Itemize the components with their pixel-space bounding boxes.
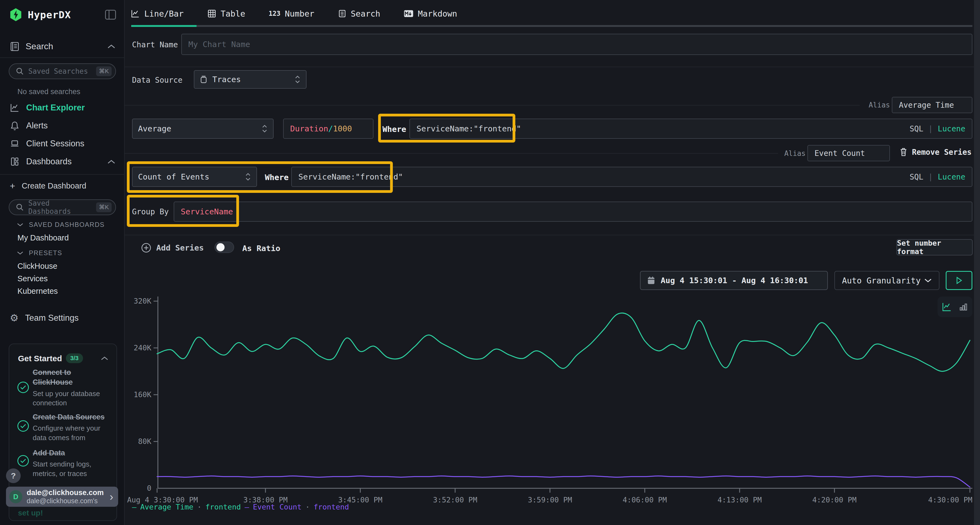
- sidebar-item-kubernetes[interactable]: Kubernetes: [18, 287, 58, 296]
- tab-search[interactable]: Search: [338, 9, 380, 19]
- alias-label: Alias: [784, 149, 805, 157]
- field-function: Duration: [290, 124, 328, 133]
- series2-aggregation-select[interactable]: Count of Events: [132, 167, 257, 187]
- tab-table[interactable]: Table: [207, 9, 245, 19]
- legend-item-average-time[interactable]: — Average Time · frontend: [132, 503, 241, 511]
- document-list-icon: [338, 9, 347, 18]
- bell-icon: [10, 121, 20, 130]
- group-by-label: Group By: [132, 207, 169, 216]
- tab-number[interactable]: 123 Number: [269, 9, 314, 19]
- legend-label: Event Count: [253, 503, 302, 511]
- series1-field-input[interactable]: Duration/1000: [283, 119, 374, 139]
- sidebar-item-chart-explorer[interactable]: Chart Explorer: [10, 103, 85, 113]
- chevron-up-icon[interactable]: [107, 159, 115, 164]
- main-content: Line/Bar Table 123 Number Search: [125, 0, 974, 525]
- tab-line-bar[interactable]: Line/Bar: [130, 9, 184, 19]
- group-by-input[interactable]: ServiceName: [174, 201, 972, 222]
- series2-alias-input[interactable]: Event Count: [807, 145, 890, 161]
- legend-label: Average Time: [140, 503, 193, 511]
- chevron-up-icon[interactable]: [107, 44, 115, 49]
- sidebar-item-label: Client Sessions: [26, 139, 84, 149]
- check-circle-icon: [18, 455, 29, 466]
- section-label: PRESETS: [29, 249, 62, 257]
- as-ratio-toggle[interactable]: [215, 241, 234, 253]
- tab-label: Number: [285, 9, 314, 19]
- y-tick-label: 240K: [134, 344, 152, 352]
- y-tick-label: 320K: [134, 297, 152, 305]
- sidebar-item-client-sessions[interactable]: Client Sessions: [10, 139, 84, 149]
- sidebar-item-my-dashboard[interactable]: My Dashboard: [18, 233, 69, 243]
- timeseries-chart[interactable]: 080K160K240K320KAug 4 3:30:00 PM3:38:00 …: [125, 283, 974, 520]
- series1-where-input[interactable]: ServiceName:"frontend" SQL | Lucene: [409, 119, 972, 139]
- tab-markdown[interactable]: Markdown: [404, 9, 457, 19]
- saved-searches-placeholder: Saved Searches: [28, 67, 96, 75]
- x-tick-label: 4:20:00 PM: [812, 496, 857, 504]
- sidebar-search-label: Search: [25, 41, 53, 51]
- collapse-sidebar-icon[interactable]: [105, 10, 116, 20]
- occluded-text-fragment: set up!: [18, 509, 43, 517]
- saved-searches-input[interactable]: Saved Searches ⌘K: [9, 63, 116, 79]
- series2-where-input[interactable]: ServiceName:"frontend" SQL | Lucene: [291, 167, 972, 187]
- lucene-mode-toggle[interactable]: Lucene: [938, 124, 965, 133]
- sql-mode-toggle[interactable]: SQL: [910, 124, 923, 133]
- sql-mode-toggle[interactable]: SQL: [910, 173, 923, 181]
- set-number-format-button[interactable]: Set number format: [896, 239, 973, 255]
- sidebar-item-clickhouse[interactable]: ClickHouse: [18, 262, 57, 271]
- step-description: Configure where your data comes from: [33, 423, 109, 442]
- sidebar-item-label: Dashboards: [26, 157, 72, 167]
- sidebar-item-team-settings[interactable]: ⚙ Team Settings: [10, 312, 79, 324]
- series1-aggregation-select[interactable]: Average: [132, 119, 274, 139]
- sidebar-item-services[interactable]: Services: [18, 274, 48, 283]
- user-email: dale@clickhouse.com: [27, 489, 104, 497]
- tab-label: Search: [351, 9, 380, 19]
- saved-dashboards-input[interactable]: Saved Dashboards ⌘K: [9, 199, 116, 215]
- get-started-item[interactable]: Create Data Sources Configure where your…: [33, 412, 109, 442]
- chart-name-input[interactable]: My Chart Name: [181, 34, 972, 55]
- sidebar-item-dashboards[interactable]: Dashboards: [10, 157, 72, 167]
- y-tick-label: 160K: [134, 390, 152, 399]
- chart-legend: — Average Time · frontend — Event Count …: [132, 503, 349, 511]
- help-button[interactable]: ?: [6, 468, 21, 483]
- data-source-value: Traces: [212, 75, 241, 84]
- lucene-mode-toggle[interactable]: Lucene: [938, 173, 965, 181]
- legend-separator: ·: [305, 503, 310, 511]
- where-label: Where: [382, 125, 406, 134]
- scrollbar[interactable]: [974, 0, 980, 525]
- field-argument: 1000: [333, 124, 352, 133]
- select-chevrons-icon: [294, 75, 301, 84]
- series1-where-value: ServiceName:"frontend": [417, 124, 521, 133]
- series1-alias-input[interactable]: Average Time: [892, 97, 972, 113]
- sidebar-item-label: Alerts: [26, 121, 48, 130]
- laptop-icon: [10, 139, 20, 149]
- tab-label: Markdown: [418, 9, 457, 19]
- create-dashboard-button[interactable]: + Create Dashboard: [10, 181, 86, 191]
- chevron-up-icon[interactable]: [101, 356, 108, 361]
- get-started-item[interactable]: Connect to ClickHouse Set up your databa…: [33, 368, 109, 408]
- legend-dash: —: [245, 503, 249, 511]
- data-source-select[interactable]: Traces: [194, 70, 307, 89]
- table-icon: [207, 9, 216, 18]
- search-icon: [16, 67, 24, 75]
- legend-dash: —: [132, 503, 136, 511]
- get-started-item[interactable]: Add Data Start sending logs, metrics, or…: [33, 448, 109, 478]
- tab-underline: [131, 25, 972, 27]
- sidebar-item-search[interactable]: Search: [10, 41, 53, 51]
- step-title: Add Data: [33, 448, 109, 458]
- chevron-down-icon: [17, 222, 24, 227]
- select-chevrons-icon: [245, 172, 251, 181]
- add-series-button[interactable]: Add Series: [141, 243, 204, 253]
- sidebar-item-alerts[interactable]: Alerts: [10, 121, 48, 130]
- section-presets[interactable]: PRESETS: [17, 249, 62, 257]
- section-saved-dashboards[interactable]: SAVED DASHBOARDS: [17, 221, 105, 228]
- active-tab-indicator: [131, 25, 197, 27]
- app-logo[interactable]: HyperDX: [10, 8, 71, 21]
- dashboard-icon: [10, 157, 20, 167]
- remove-series-button[interactable]: Remove Series: [899, 148, 972, 157]
- legend-item-event-count[interactable]: — Event Count · frontend: [245, 503, 349, 511]
- y-tick-label: 80K: [138, 437, 152, 446]
- saved-dashboards-placeholder: Saved Dashboards: [28, 199, 96, 216]
- user-account-chip[interactable]: D dale@clickhouse.com dale@clickhouse.co…: [6, 487, 118, 507]
- alias-label: Alias: [869, 101, 890, 109]
- series2-aggregation-value: Count of Events: [138, 172, 209, 181]
- search-icon: [16, 203, 24, 211]
